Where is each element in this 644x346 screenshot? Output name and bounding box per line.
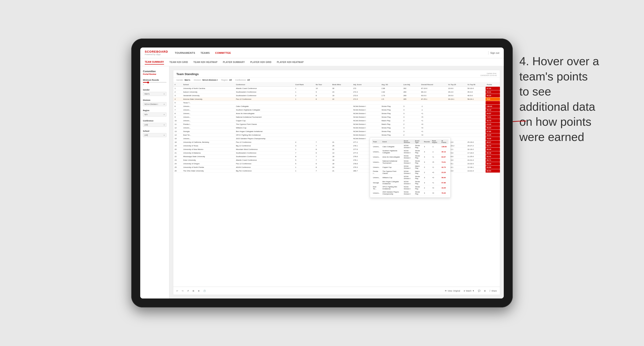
table-row[interactable]: 1 University of North Carolina Atlantic … <box>173 87 500 90</box>
cell-no-tour: 7 <box>314 159 331 162</box>
tooltip-section-row[interactable]: 13 Georgia Ben Hogan Collegiate Invitati… <box>173 130 500 133</box>
tooltip-section-row[interactable]: 7 Univers... Southern Highlands Collegia… <box>173 108 500 112</box>
cell-points[interactable] <box>486 101 500 105</box>
cell-conf-rank <box>294 101 314 105</box>
cell-points[interactable]: 88.07 <box>486 141 500 144</box>
sidebar-gender-value[interactable]: Men's ▼ <box>143 92 166 96</box>
cell-adj-score: 271.5 <box>352 97 380 101</box>
cell-points[interactable]: 30-13 <box>486 108 500 112</box>
tooltip-section-row[interactable]: 14 East Ter... OFCC Fighting Illini Invi… <box>173 133 500 137</box>
table-row[interactable]: 26 The Ohio State University Big Ten Con… <box>173 169 500 173</box>
cell-conference: Southern Highlands Collegiate <box>234 108 294 112</box>
tt-type: Stroke Play <box>414 144 423 149</box>
table-row[interactable]: 4 Arizona State University Pac-12 Confer… <box>173 97 500 101</box>
cell-vs50 <box>466 115 485 119</box>
cell-points[interactable]: 88.34 <box>486 162 500 166</box>
sidebar-region-value[interactable]: N/A ▼ <box>143 113 166 117</box>
clock-button[interactable]: 🕐 <box>203 290 206 292</box>
cell-points[interactable]: 83.41 <box>486 155 500 159</box>
cell-points[interactable]: 88.71 <box>486 159 500 162</box>
cell-vs25: 29-5-0 <box>447 94 466 97</box>
tooltip-section-row[interactable]: 15 Univers... 2023 Sahalee Players Champ… <box>173 137 500 141</box>
reset-button[interactable]: ↺ <box>187 290 189 292</box>
cell-vs50 <box>466 105 485 108</box>
table-row[interactable]: 20 University of New Mexico Mountain Wes… <box>173 148 500 151</box>
chevron-down-icon-4: ▼ <box>163 124 165 126</box>
sidebar-school-value[interactable]: (All) ▼ <box>143 133 166 137</box>
cell-points[interactable]: 88.70 <box>486 144 500 148</box>
cell-points[interactable]: 90.20 <box>486 94 500 97</box>
sub-nav-player-h2h-grid[interactable]: PLAYER H2H GRID <box>250 60 272 64</box>
tooltip-section-row[interactable]: 6 Univers... Cabo Collegiate NCAA Divisi… <box>173 105 500 108</box>
table-row[interactable]: 22 Mississippi State University Southeas… <box>173 155 500 159</box>
nav-teams[interactable]: TEAMS <box>200 51 210 55</box>
cell-bnds-wins <box>331 108 352 112</box>
cell-points[interactable]: 88.48 <box>486 151 500 155</box>
tooltip-section-row[interactable]: 9 Univers... National Invitational Tourn… <box>173 115 500 119</box>
cell-overall: 63-5-0 <box>420 94 447 97</box>
slider-thumb[interactable] <box>147 82 149 83</box>
cell-points[interactable]: 74.01 <box>486 115 500 119</box>
table-row[interactable]: 19 University of Texas Big 12 Conference… <box>173 144 500 148</box>
table-row[interactable]: 5 Texas T... <box>173 101 500 105</box>
cell-bnds-wins: 18 <box>331 162 352 166</box>
cell-rank: 22 <box>173 155 182 159</box>
sub-nav-player-summary[interactable]: PLAYER SUMMARY <box>223 60 245 64</box>
cell-points[interactable]: 23.29 <box>486 123 500 126</box>
cell-points[interactable]: 78.5 <box>486 97 500 101</box>
sidebar-division-value[interactable]: NCAA Division I ▼ <box>143 102 166 106</box>
watch-button[interactable]: ● Watch ▼ <box>464 290 474 292</box>
cell-points[interactable]: 80.94 <box>486 169 500 173</box>
tooltip-section-row[interactable]: 11 Florida I... The Cypress Point Classi… <box>173 123 500 126</box>
tt-team: Univers... <box>372 154 382 160</box>
slider-track[interactable] <box>143 82 166 83</box>
cell-vs25: 29-4-0 <box>447 90 466 94</box>
nav-tournaments[interactable]: TOURNAMENTS <box>175 51 195 55</box>
nav-committee[interactable]: COMMITTEE <box>215 51 231 55</box>
sub-nav-team-h2h-heatmap[interactable]: TEAM H2H HEATMAP <box>194 60 218 64</box>
grid-button[interactable]: ⊞ <box>484 290 486 292</box>
cell-vs50 <box>466 137 485 141</box>
cell-points[interactable]: 56.64 <box>486 126 500 130</box>
comment-button[interactable]: 💬 <box>478 290 480 292</box>
tooltip-section-row[interactable]: 10 Univers... Copper Cup NCAA Division I… <box>173 119 500 123</box>
sub-nav-team-h2h-grid[interactable]: TEAM H2H GRID <box>170 60 188 64</box>
cell-points[interactable]: 93.31 <box>486 90 500 94</box>
sub-nav-player-h2h-heatmap[interactable]: PLAYER H2H HEATMAP <box>277 60 304 64</box>
table-row[interactable]: 2 Auburn University Southeastern Confere… <box>173 90 500 94</box>
tooltip-section-row[interactable]: 12 Univers... Williams Cup NCAA Division… <box>173 126 500 130</box>
cell-bnds-wins: 21 <box>331 141 352 144</box>
table-row[interactable]: 23 Duke University Atlantic Coast Confer… <box>173 159 500 162</box>
extra-button[interactable]: ⊕ <box>198 290 200 292</box>
sub-nav-team-summary[interactable]: TEAM SUMMARY <box>145 60 164 65</box>
cell-avg-sg: Match Play <box>380 123 402 126</box>
tooltip-row: Univers... Cabo Collegiate NCAA Division… <box>372 144 448 149</box>
cell-points[interactable]: 42.73 <box>486 119 500 123</box>
cell-points[interactable]: 78.30 <box>486 137 500 141</box>
sign-out-button[interactable]: Sign out <box>490 51 499 54</box>
update-time: Update time: 13/03/2024 10:03:42 <box>480 72 497 76</box>
cell-points[interactable]: 83.89 <box>486 166 500 169</box>
view-original-button[interactable]: 👁 View: Original <box>445 290 460 292</box>
cell-points[interactable]: 84.97 <box>486 112 500 115</box>
copy-button[interactable]: ⊞ <box>192 290 194 292</box>
cell-low-adj: 3 <box>402 105 420 108</box>
tt-div: NCAA Division I <box>403 180 414 185</box>
table-row[interactable]: 18 University of California, Berkeley Pa… <box>173 141 500 144</box>
table-row[interactable]: 25 University of North Florida ASUN Conf… <box>173 166 500 169</box>
table-row[interactable]: 24 University of Oregon Pac-12 Conferenc… <box>173 162 500 166</box>
cell-points[interactable]: 97.86 <box>486 130 500 133</box>
cell-points[interactable]: 88.49 <box>486 148 500 151</box>
sidebar-conference-value[interactable]: (All) ▼ <box>143 123 166 127</box>
table-row[interactable]: 21 University of Alabama Southeastern Co… <box>173 151 500 155</box>
undo-button[interactable]: ↩ <box>176 290 178 292</box>
table-row[interactable]: 3 Vanderbilt University Southeastern Con… <box>173 94 500 97</box>
cell-vs25 <box>447 123 466 126</box>
cell-adj-score: 272.6 <box>352 94 380 97</box>
cell-points[interactable]: 43.05 <box>486 133 500 137</box>
share-button[interactable]: ⤴ Share <box>490 290 497 292</box>
cell-points[interactable]: 138.63 <box>486 105 500 108</box>
tooltip-section-row[interactable]: 8 Univers... Amer An Intercollegiate NCA… <box>173 112 500 115</box>
cell-points[interactable]: 97.02 <box>486 87 500 90</box>
redo-button[interactable]: ↪ <box>182 290 184 292</box>
